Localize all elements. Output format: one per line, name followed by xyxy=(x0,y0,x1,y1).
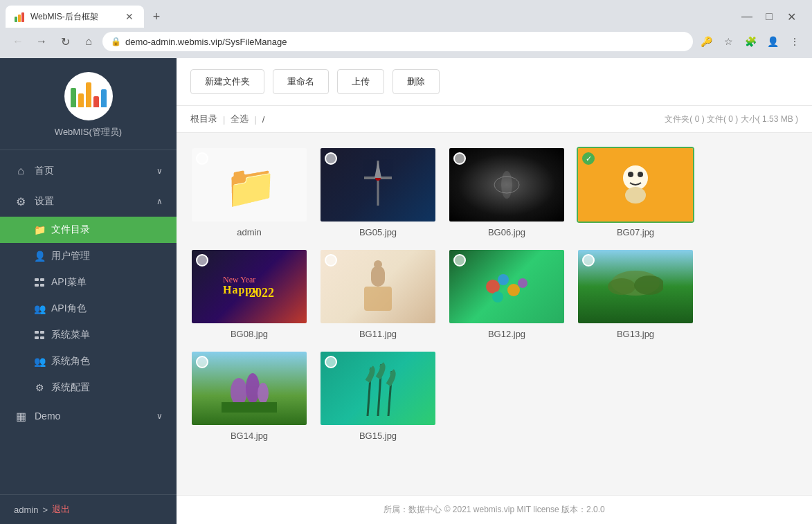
file-thumbnail-bg05 xyxy=(319,147,437,223)
svg-point-31 xyxy=(492,291,503,302)
svg-point-19 xyxy=(638,172,643,177)
file-checkbox-admin[interactable] xyxy=(196,152,208,165)
menu-icon[interactable]: ⋮ xyxy=(786,33,804,51)
file-thumb-bg06-preview xyxy=(449,148,564,222)
key-icon[interactable]: 🔑 xyxy=(697,33,715,51)
breadcrumb-sep2: | xyxy=(254,114,256,125)
file-item-bg15[interactable]: BG15.jpg xyxy=(319,350,437,441)
file-checkbox-bg14[interactable] xyxy=(196,356,208,368)
sidebar: WebMIS(管理员) ⌂ 首页 ∨ ⚙ 设置 ∧ 📁 文件目录 👤 xyxy=(0,58,177,524)
close-button[interactable]: ✕ xyxy=(782,7,801,26)
sidebar-item-demo-label: Demo xyxy=(35,410,60,422)
sidebar-item-sys-menu[interactable]: 系统菜单 xyxy=(0,322,177,348)
address-bar-icons: 🔑 ☆ 🧩 👤 ⋮ xyxy=(697,33,804,51)
file-thumb-bg12-preview xyxy=(449,250,564,323)
svg-point-37 xyxy=(258,383,269,404)
active-tab[interactable]: WebMIS-后台框架 ✕ xyxy=(6,6,144,28)
file-dir-icon: 📁 xyxy=(33,224,46,236)
svg-point-17 xyxy=(623,165,648,190)
puzzle-icon[interactable]: 🧩 xyxy=(741,33,759,51)
file-item-bg06[interactable]: BG06.jpg xyxy=(448,147,566,237)
logo-bars xyxy=(68,82,109,110)
sidebar-item-settings[interactable]: ⚙ 设置 ∧ xyxy=(0,186,177,217)
svg-point-36 xyxy=(246,373,260,404)
file-item-admin[interactable]: 📁 admin xyxy=(190,147,308,237)
file-name-bg15: BG15.jpg xyxy=(359,431,397,441)
svg-rect-24 xyxy=(371,266,385,287)
svg-point-30 xyxy=(518,278,527,288)
file-checkbox-bg15[interactable] xyxy=(325,356,337,368)
logo-bar-4 xyxy=(93,96,99,107)
file-thumbnail-bg11 xyxy=(319,249,437,325)
breadcrumb-root[interactable]: 根目录 xyxy=(190,113,217,125)
home-button[interactable]: ⌂ xyxy=(79,32,98,51)
rename-button[interactable]: 重命名 xyxy=(273,69,329,94)
svg-text:2022: 2022 xyxy=(249,286,274,300)
file-item-bg12[interactable]: BG12.jpg xyxy=(448,249,566,339)
folder-icon-admin: 📁 xyxy=(192,148,308,223)
sidebar-item-home[interactable]: ⌂ 首页 ∨ xyxy=(0,156,177,186)
footer-username: admin xyxy=(14,505,38,515)
maximize-button[interactable]: □ xyxy=(759,7,779,26)
file-checkbox-bg08[interactable] xyxy=(196,254,208,266)
file-item-bg13[interactable]: BG13.jpg xyxy=(577,249,694,339)
settings-icon: ⚙ xyxy=(14,195,28,208)
breadcrumb: 根目录 | 全选 | / xyxy=(190,113,264,125)
sidebar-item-demo[interactable]: ▦ Demo ∨ xyxy=(0,401,177,431)
file-item-bg07[interactable]: BG07.jpg xyxy=(577,147,694,237)
sys-role-icon: 👥 xyxy=(33,355,46,368)
file-checkbox-bg05[interactable] xyxy=(325,152,337,165)
file-item-bg14[interactable]: BG14.jpg xyxy=(190,350,308,441)
minimize-button[interactable]: — xyxy=(737,7,757,26)
file-thumb-bg14-preview xyxy=(192,352,307,425)
file-item-bg11[interactable]: BG11.jpg xyxy=(319,249,437,339)
svg-text:New Year: New Year xyxy=(223,275,255,284)
account-icon[interactable]: 👤 xyxy=(764,33,782,51)
reload-button[interactable]: ↻ xyxy=(55,32,75,51)
file-thumbnail-bg12 xyxy=(448,249,566,325)
sidebar-item-file-dir[interactable]: 📁 文件目录 xyxy=(0,217,177,243)
file-item-bg05[interactable]: BG05.jpg xyxy=(319,147,437,237)
sidebar-item-file-dir-label: 文件目录 xyxy=(51,224,90,236)
svg-point-18 xyxy=(628,172,633,177)
sidebar-item-user-mgmt[interactable]: 👤 用户管理 xyxy=(0,243,177,269)
sidebar-item-sys-config[interactable]: ⚙ 系统配置 xyxy=(0,374,177,401)
svg-rect-8 xyxy=(40,331,44,334)
file-item-bg08[interactable]: Happy New Year 2022 BG08.jpg xyxy=(190,249,308,339)
file-name-bg06: BG06.jpg xyxy=(488,227,525,237)
delete-button[interactable]: 删除 xyxy=(393,69,440,94)
sidebar-item-sys-role[interactable]: 👥 系统角色 xyxy=(0,348,177,374)
file-thumb-bg07-preview xyxy=(578,148,693,222)
footer-text: 所属：数据中心 © 2021 webmis.vip MIT license 版本… xyxy=(384,505,604,514)
upload-button[interactable]: 上传 xyxy=(337,69,384,94)
tab-title: WebMIS-后台框架 xyxy=(30,11,118,23)
logout-link[interactable]: 退出 xyxy=(52,503,70,516)
forward-button[interactable]: → xyxy=(32,32,51,51)
sidebar-item-api-menu[interactable]: API菜单 xyxy=(0,269,177,296)
file-checkbox-bg13[interactable] xyxy=(582,254,595,266)
select-all-button[interactable]: 全选 xyxy=(231,113,249,125)
tab-close-button[interactable]: ✕ xyxy=(123,10,136,23)
browser-window-controls: — □ ✕ xyxy=(737,7,806,26)
logo-bar-1 xyxy=(71,88,76,107)
url-input[interactable]: 🔒 demo-admin.webmis.vip/SysFileManage xyxy=(102,32,693,51)
footer-sep: > xyxy=(42,505,48,515)
sidebar-item-api-role-label: API角色 xyxy=(51,302,87,315)
file-checkbox-bg11[interactable] xyxy=(325,254,337,266)
file-thumbnail-bg07 xyxy=(577,147,694,223)
file-checkbox-bg07[interactable] xyxy=(582,152,595,165)
star-icon[interactable]: ☆ xyxy=(719,33,737,51)
url-display: demo-admin.webmis.vip/SysFileManage xyxy=(125,37,287,47)
back-button[interactable]: ← xyxy=(8,32,28,51)
sidebar-item-sys-menu-label: 系统菜单 xyxy=(51,329,90,341)
file-checkbox-bg12[interactable] xyxy=(453,254,466,266)
file-name-bg08: BG08.jpg xyxy=(231,329,268,339)
svg-rect-1 xyxy=(18,15,21,22)
file-checkbox-bg06[interactable] xyxy=(453,152,466,165)
new-tab-button[interactable]: + xyxy=(147,7,166,26)
new-folder-button[interactable]: 新建文件夹 xyxy=(190,69,264,94)
svg-rect-2 xyxy=(21,12,24,22)
file-name-admin: admin xyxy=(237,227,261,237)
sidebar-item-api-role[interactable]: 👥 API角色 xyxy=(0,296,177,322)
svg-point-28 xyxy=(498,274,509,285)
